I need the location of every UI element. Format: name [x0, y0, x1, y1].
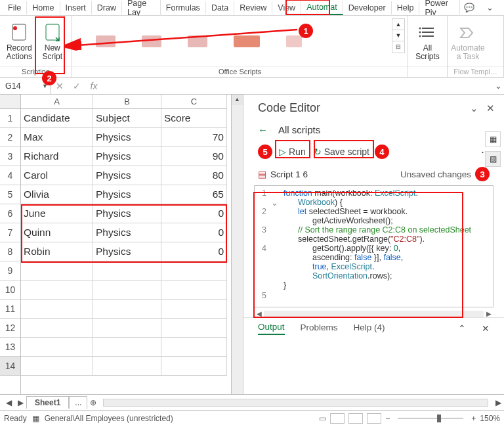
- scripts-gallery[interactable]: [76, 23, 388, 60]
- tab-nav-prev[interactable]: ◀: [3, 398, 14, 407]
- col-header[interactable]: A: [21, 95, 93, 109]
- tab-home[interactable]: Home: [27, 1, 60, 14]
- ribbon-display-options[interactable]: ⌄: [482, 1, 497, 14]
- cell[interactable]: Candidate: [21, 109, 93, 128]
- record-actions-button[interactable]: Record Actions: [4, 23, 35, 60]
- cell[interactable]: Physics: [93, 147, 161, 166]
- cell[interactable]: [161, 338, 227, 357]
- cell[interactable]: [21, 261, 93, 280]
- cell[interactable]: 0: [161, 223, 227, 242]
- tab-help[interactable]: Help: [392, 1, 420, 14]
- horizontal-scrollbar[interactable]: [103, 399, 488, 407]
- row-header[interactable]: 13: [0, 338, 20, 357]
- page-break-view-button[interactable]: [367, 413, 381, 424]
- row-header[interactable]: 5: [0, 185, 20, 204]
- cell[interactable]: [21, 300, 93, 319]
- run-button[interactable]: ▷ Run: [279, 146, 306, 157]
- cell[interactable]: 65: [161, 185, 227, 204]
- close-icon[interactable]: ✕: [486, 102, 495, 114]
- gallery-more-icon[interactable]: ⊟: [392, 41, 404, 53]
- row-header[interactable]: 3: [0, 147, 20, 166]
- zoom-out-button[interactable]: −: [385, 414, 390, 423]
- script-name[interactable]: Script 1 6: [270, 169, 308, 179]
- row-header[interactable]: 11: [0, 300, 20, 319]
- row-header[interactable]: 14: [0, 357, 20, 376]
- cell[interactable]: [161, 357, 227, 376]
- save-script-button[interactable]: ↻ Save script: [314, 146, 369, 157]
- cell[interactable]: Physics: [93, 166, 161, 185]
- zoom-in-button[interactable]: +: [471, 414, 476, 423]
- row-header[interactable]: 10: [0, 280, 20, 300]
- cell[interactable]: 90: [161, 147, 227, 166]
- cell[interactable]: June: [21, 204, 93, 223]
- cell[interactable]: [93, 319, 161, 338]
- new-script-button[interactable]: New Script: [37, 23, 68, 60]
- normal-view-button[interactable]: [330, 413, 345, 424]
- tab-insert[interactable]: Insert: [60, 1, 92, 14]
- row-header[interactable]: 2: [0, 128, 20, 147]
- scroll-left-icon[interactable]: ◀: [254, 310, 264, 317]
- back-arrow-icon[interactable]: ←: [258, 124, 268, 135]
- cell[interactable]: [161, 300, 227, 319]
- tab-developer[interactable]: Developer: [343, 1, 392, 14]
- cell[interactable]: Physics: [93, 204, 161, 223]
- comments-button[interactable]: 💬: [460, 1, 478, 14]
- tab-data[interactable]: Data: [206, 1, 234, 14]
- output-tab[interactable]: Output: [258, 322, 285, 335]
- rail-button-1[interactable]: ▦: [485, 131, 501, 147]
- tab-review[interactable]: Review: [234, 1, 272, 14]
- cell[interactable]: [21, 280, 93, 300]
- close-icon[interactable]: ✕: [482, 323, 490, 334]
- row-header[interactable]: 7: [0, 223, 20, 242]
- cell[interactable]: [161, 280, 227, 300]
- tab-draw[interactable]: Draw: [92, 1, 122, 14]
- problems-tab[interactable]: Problems: [301, 323, 338, 334]
- scroll-up-icon[interactable]: ▲: [232, 95, 243, 105]
- fold-gutter[interactable]: ⌄: [269, 186, 280, 307]
- zoom-level[interactable]: 150%: [480, 414, 500, 423]
- scroll-right-icon[interactable]: ▶: [492, 398, 504, 407]
- sheet-tab-sheet1[interactable]: Sheet1: [26, 396, 69, 409]
- fx-button[interactable]: fx: [85, 81, 102, 91]
- cell[interactable]: [93, 300, 161, 319]
- chevron-down-icon[interactable]: ⌄: [470, 102, 478, 114]
- cell[interactable]: Physics: [93, 128, 161, 147]
- cell[interactable]: Score: [161, 109, 227, 128]
- formula-bar-input[interactable]: [102, 78, 492, 94]
- tab-file[interactable]: File: [3, 1, 27, 14]
- gallery-scroll[interactable]: ▲ ▼ ⊟: [392, 18, 405, 53]
- cell[interactable]: [21, 357, 93, 376]
- gallery-up-icon[interactable]: ▲: [392, 19, 404, 30]
- row-header[interactable]: 8: [0, 242, 20, 261]
- cell[interactable]: [21, 319, 93, 338]
- cell[interactable]: Richard: [21, 147, 93, 166]
- cell[interactable]: Carol: [21, 166, 93, 185]
- formula-bar-expand[interactable]: ⌄: [492, 81, 504, 91]
- rail-button-2[interactable]: ▨: [485, 151, 501, 167]
- col-header[interactable]: C: [161, 95, 227, 109]
- row-header[interactable]: 6: [0, 204, 20, 223]
- tab-nav-next[interactable]: ▶: [14, 398, 26, 407]
- cell[interactable]: [161, 319, 227, 338]
- cell[interactable]: 70: [161, 128, 227, 147]
- automate-task-button[interactable]: Automate a Task: [452, 23, 484, 60]
- help-tab[interactable]: Help (4): [354, 323, 385, 334]
- gallery-down-icon[interactable]: ▼: [392, 30, 404, 41]
- enter-formula-button[interactable]: ✓: [68, 81, 85, 91]
- accessibility-icon[interactable]: ▦: [32, 414, 39, 423]
- scroll-right-icon[interactable]: ▶: [484, 310, 494, 317]
- cell[interactable]: [161, 261, 227, 280]
- sheet-tab-overflow[interactable]: ...: [69, 396, 87, 409]
- cell[interactable]: Olivia: [21, 185, 93, 204]
- all-scripts-link[interactable]: All scripts: [278, 124, 320, 135]
- grid-body[interactable]: CandidateSubjectScore MaxPhysics70 Richa…: [21, 109, 231, 376]
- cell[interactable]: 0: [161, 204, 227, 223]
- cell[interactable]: [93, 338, 161, 357]
- cell[interactable]: Physics: [93, 185, 161, 204]
- cell[interactable]: [93, 261, 161, 280]
- cell[interactable]: 0: [161, 242, 227, 261]
- cell[interactable]: Physics: [93, 223, 161, 242]
- code-editor-textarea[interactable]: 1 2 3 4 5 ⌄ function main(workbook: Exce…: [254, 185, 494, 307]
- code-content[interactable]: function main(workbook: ExcelScript. Wor…: [280, 186, 493, 307]
- row-header[interactable]: 1: [0, 109, 20, 128]
